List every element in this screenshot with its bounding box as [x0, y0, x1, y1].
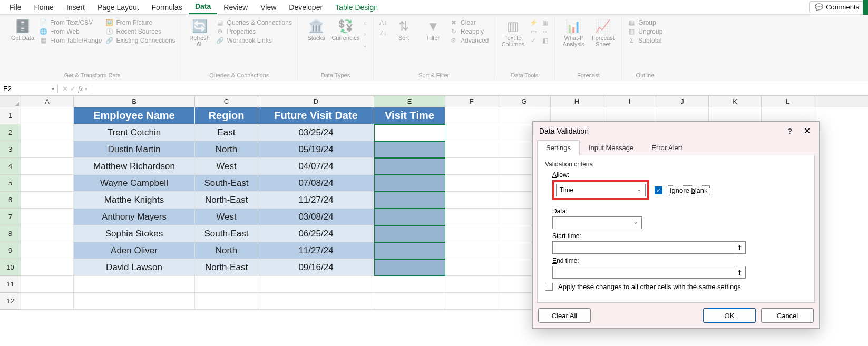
cell-B4[interactable]: Matthew Richardson [74, 158, 195, 175]
sort-button[interactable]: ⇅Sort [391, 19, 417, 41]
row-header-7[interactable]: 7 [0, 209, 21, 225]
cell-F11[interactable] [445, 276, 498, 293]
row-header-8[interactable]: 8 [0, 225, 21, 242]
tab-table-design[interactable]: Table Design [329, 1, 384, 14]
cell-E9[interactable] [374, 242, 445, 259]
row-header-2[interactable]: 2 [0, 124, 21, 141]
flash-fill[interactable]: ⚡ [529, 19, 538, 26]
cell-A12[interactable] [21, 293, 74, 310]
cell-D5[interactable]: 07/08/24 [258, 175, 374, 192]
dlg-tab-error-alert[interactable]: Error Alert [642, 140, 691, 155]
row-header-5[interactable]: 5 [0, 175, 21, 192]
col-header-L[interactable]: L [762, 96, 814, 107]
refresh-all-button[interactable]: 🔄 Refresh All [187, 19, 213, 47]
sort-desc[interactable]: Z↓ [379, 29, 387, 37]
cell-C1[interactable]: Region [195, 107, 258, 124]
cell-C5[interactable]: South-East [195, 175, 258, 192]
consolidate[interactable]: ▦ [541, 19, 549, 26]
tab-insert[interactable]: Insert [60, 1, 91, 14]
cell-B9[interactable]: Aden Oliver [74, 242, 195, 259]
reapply-filter[interactable]: ↻Reapply [450, 28, 489, 35]
subtotal[interactable]: ΣSubtotal [627, 37, 662, 44]
cell-D11[interactable] [258, 276, 374, 293]
tab-home[interactable]: Home [28, 1, 60, 14]
cell-D10[interactable]: 09/16/24 [258, 259, 374, 276]
cell-B7[interactable]: Anthony Mayers [74, 209, 195, 225]
stocks-button[interactable]: 🏛️Stocks [303, 19, 329, 41]
clear-filter[interactable]: ✖Clear [450, 19, 489, 26]
cell-F9[interactable] [445, 242, 498, 259]
enter-formula-icon[interactable]: ✓ [70, 85, 76, 93]
row-header-12[interactable]: 12 [0, 293, 21, 310]
tab-page-layout[interactable]: Page Layout [91, 1, 145, 14]
row-header-3[interactable]: 3 [0, 141, 21, 158]
cell-F3[interactable] [445, 141, 498, 158]
cell-A8[interactable] [21, 225, 74, 242]
cell-D1[interactable]: Future Visit Date [258, 107, 374, 124]
cell-C4[interactable]: West [195, 158, 258, 175]
fx-icon[interactable]: fx [78, 85, 83, 93]
cell-E12[interactable] [374, 293, 445, 310]
cell-C10[interactable]: North-East [195, 259, 258, 276]
dialog-titlebar[interactable]: Data Validation ? ✕ [533, 122, 819, 140]
cell-A6[interactable] [21, 192, 74, 209]
workbook-links[interactable]: 🔗Workbook Links [216, 37, 292, 44]
cell-A1[interactable] [21, 107, 74, 124]
row-header-9[interactable]: 9 [0, 242, 21, 259]
cell-D7[interactable]: 03/08/24 [258, 209, 374, 225]
cell-E8[interactable] [374, 225, 445, 242]
remove-duplicates[interactable]: ▭ [529, 28, 538, 35]
cell-E3[interactable] [374, 141, 445, 158]
from-picture[interactable]: 🖼️From Picture [105, 19, 175, 26]
group-rows[interactable]: ▦Group [627, 19, 662, 26]
cell-C12[interactable] [195, 293, 258, 310]
cell-A7[interactable] [21, 209, 74, 225]
chevron-down-icon[interactable]: ▾ [52, 86, 54, 92]
from-table-range[interactable]: ▦From Table/Range [39, 37, 102, 44]
cell-C7[interactable]: West [195, 209, 258, 225]
cell-B11[interactable] [74, 276, 195, 293]
advanced-filter[interactable]: ⚙Advanced [450, 37, 489, 44]
cell-A3[interactable] [21, 141, 74, 158]
col-header-G[interactable]: G [498, 96, 551, 107]
cell-B1[interactable]: Employee Name [74, 107, 195, 124]
manage-data-model[interactable]: ◧ [541, 37, 549, 44]
cell-B6[interactable]: Matthe Knights [74, 192, 195, 209]
cell-D9[interactable]: 11/27/24 [258, 242, 374, 259]
col-header-A[interactable]: A [21, 96, 74, 107]
col-header-J[interactable]: J [656, 96, 709, 107]
cell-F7[interactable] [445, 209, 498, 225]
cell-B2[interactable]: Trent Cotchin [74, 124, 195, 141]
queries-connections[interactable]: ▤Queries & Connections [216, 19, 292, 26]
help-icon[interactable]: ? [787, 127, 792, 135]
cell-C6[interactable]: North-East [195, 192, 258, 209]
cell-A10[interactable] [21, 259, 74, 276]
cancel-formula-icon[interactable]: ✕ [62, 85, 68, 93]
collapse-ribbon-stub[interactable] [863, 0, 868, 15]
cell-F10[interactable] [445, 259, 498, 276]
col-header-B[interactable]: B [74, 96, 195, 107]
chevron-down-icon[interactable]: ⌄ [362, 41, 368, 49]
col-header-D[interactable]: D [258, 96, 374, 107]
name-box[interactable]: E2 ▾ [0, 85, 58, 93]
col-header-H[interactable]: H [551, 96, 603, 107]
cell-F1[interactable] [445, 107, 498, 124]
col-header-F[interactable]: F [445, 96, 498, 107]
data-select[interactable] [552, 216, 642, 229]
cell-C2[interactable]: East [195, 124, 258, 141]
cell-A9[interactable] [21, 242, 74, 259]
cell-B12[interactable] [74, 293, 195, 310]
chevron-right-icon[interactable]: › [364, 30, 366, 38]
cell-E11[interactable] [374, 276, 445, 293]
col-header-I[interactable]: I [603, 96, 656, 107]
cell-B8[interactable]: Sophia Stokes [74, 225, 195, 242]
comments-button[interactable]: 💬 Comments [809, 1, 865, 13]
ok-button[interactable]: OK [703, 308, 756, 323]
chevron-left-icon[interactable]: ‹ [364, 19, 366, 27]
close-icon[interactable]: ✕ [802, 126, 813, 136]
row-header-10[interactable]: 10 [0, 259, 21, 276]
cell-A4[interactable] [21, 158, 74, 175]
cell-D3[interactable]: 05/19/24 [258, 141, 374, 158]
from-web[interactable]: 🌐From Web [39, 28, 102, 35]
row-header-1[interactable]: 1 [0, 107, 21, 124]
